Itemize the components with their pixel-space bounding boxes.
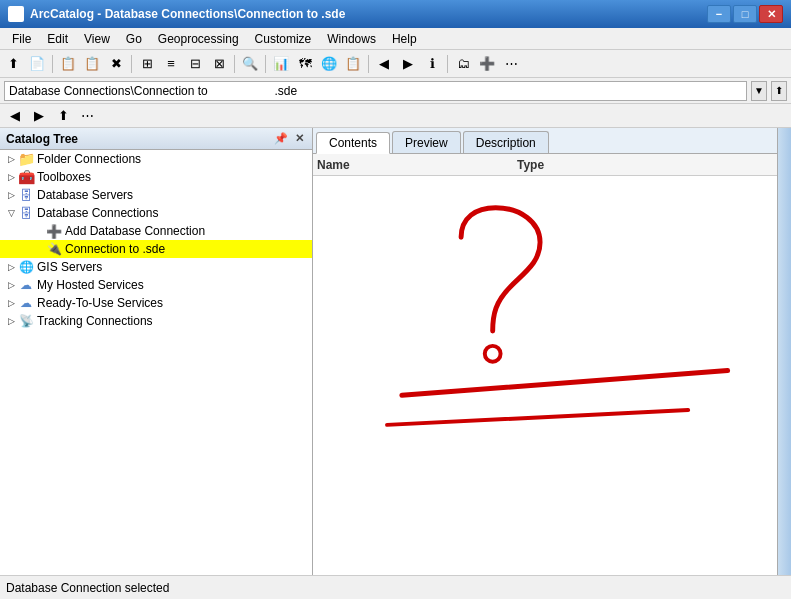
toolbar-sep-1 xyxy=(52,55,53,73)
main-toolbar: ⬆ 📄 📋 📋 ✖ ⊞ ≡ ⊟ ⊠ 🔍 📊 🗺 🌐 📋 ◀ ▶ ℹ 🗂 ➕ ⋯ xyxy=(0,50,791,78)
toolbar-up-icon[interactable]: ⬆ xyxy=(2,53,24,75)
toolbar-map-icon[interactable]: 🗺 xyxy=(294,53,316,75)
catalog-header-controls: 📌 ✕ xyxy=(274,132,306,146)
menu-edit[interactable]: Edit xyxy=(39,28,76,49)
catalog-title: Catalog Tree xyxy=(6,132,78,146)
tab-description[interactable]: Description xyxy=(463,131,549,153)
expand-icon-db-connections: ▽ xyxy=(4,206,18,220)
title-bar: 🗂 ArcCatalog - Database Connections\Conn… xyxy=(0,0,791,28)
column-name-header: Name xyxy=(317,158,517,172)
toolbar-search-icon[interactable]: 🔍 xyxy=(239,53,261,75)
toolbar-table-icon[interactable]: 📋 xyxy=(342,53,364,75)
toolbar-sep-2 xyxy=(131,55,132,73)
menu-customize[interactable]: Customize xyxy=(247,28,320,49)
toolbar-grid-icon[interactable]: ⊞ xyxy=(136,53,158,75)
minimize-button[interactable]: − xyxy=(707,5,731,23)
toolbar-sep-6 xyxy=(447,55,448,73)
address-scroll-button[interactable]: ⬆ xyxy=(771,81,787,101)
toolbar-more-icon[interactable]: ⋯ xyxy=(500,53,522,75)
menu-bar: File Edit View Go Geoprocessing Customiz… xyxy=(0,28,791,50)
add-conn-label: Add Database Connection xyxy=(65,224,205,238)
add-conn-icon: ➕ xyxy=(46,224,62,238)
subtb-forward-icon[interactable]: ▶ xyxy=(28,105,50,127)
expand-icon-db-servers: ▷ xyxy=(4,188,18,202)
svg-point-0 xyxy=(485,346,501,362)
window-title: ArcCatalog - Database Connections\Connec… xyxy=(30,7,345,21)
toolbar-sep-3 xyxy=(234,55,235,73)
svg-line-1 xyxy=(402,371,728,396)
toolbar-new-icon[interactable]: 📄 xyxy=(26,53,48,75)
subtb-back-icon[interactable]: ◀ xyxy=(4,105,26,127)
toolbar-paste-icon[interactable]: 📋 xyxy=(81,53,103,75)
tree-item-tracking-connections[interactable]: ▷ 📡 Tracking Connections xyxy=(0,312,312,330)
menu-help[interactable]: Help xyxy=(384,28,425,49)
tree-item-connection-sde[interactable]: 🔌 Connection to .sde xyxy=(0,240,312,258)
tree-item-hosted-services[interactable]: ▷ ☁ My Hosted Services xyxy=(0,276,312,294)
tree-item-ready-to-use[interactable]: ▷ ☁ Ready-To-Use Services xyxy=(0,294,312,312)
tab-contents[interactable]: Contents xyxy=(316,132,390,154)
toolbar-globe-icon[interactable]: 🌐 xyxy=(318,53,340,75)
hosted-services-icon: ☁ xyxy=(18,278,34,292)
toolboxes-label: Toolboxes xyxy=(37,170,91,184)
catalog-tree: ▷ 📁 Folder Connections ▷ 🧰 Toolboxes ▷ 🗄… xyxy=(0,150,312,575)
subtb-up-icon[interactable]: ⬆ xyxy=(52,105,74,127)
tree-item-gis-servers[interactable]: ▷ 🌐 GIS Servers xyxy=(0,258,312,276)
gis-servers-icon: 🌐 xyxy=(18,260,34,274)
svg-line-2 xyxy=(387,410,688,425)
expand-icon-toolboxes: ▷ xyxy=(4,170,18,184)
toolbar-list-icon[interactable]: ≡ xyxy=(160,53,182,75)
toolbar-back-icon[interactable]: ◀ xyxy=(373,53,395,75)
toolbar-sep-4 xyxy=(265,55,266,73)
content-tabs: Contents Preview Description xyxy=(313,128,777,154)
sde-label: Connection to .sde xyxy=(65,242,165,256)
close-button[interactable]: ✕ xyxy=(759,5,783,23)
toolbar-info-icon[interactable]: ℹ xyxy=(421,53,443,75)
address-input[interactable] xyxy=(4,81,747,101)
catalog-header: Catalog Tree 📌 ✕ xyxy=(0,128,312,150)
db-servers-icon: 🗄 xyxy=(18,188,34,202)
address-dropdown-button[interactable]: ▼ xyxy=(751,81,767,101)
expand-icon-folder-connections: ▷ xyxy=(4,152,18,166)
expand-icon-hosted: ▷ xyxy=(4,278,18,292)
toolbar-add-icon[interactable]: ➕ xyxy=(476,53,498,75)
toolbar-layer-icon[interactable]: 🗂 xyxy=(452,53,474,75)
content-area: Name Type xyxy=(313,154,777,575)
tree-item-database-servers[interactable]: ▷ 🗄 Database Servers xyxy=(0,186,312,204)
toolbar-copy-icon[interactable]: 📋 xyxy=(57,53,79,75)
tracking-connections-label: Tracking Connections xyxy=(37,314,153,328)
annotation-svg xyxy=(313,176,777,575)
db-servers-label: Database Servers xyxy=(37,188,133,202)
toolbar-detail-icon[interactable]: ⊟ xyxy=(184,53,206,75)
menu-geoprocessing[interactable]: Geoprocessing xyxy=(150,28,247,49)
ready-to-use-label: Ready-To-Use Services xyxy=(37,296,163,310)
tree-item-add-db-connection[interactable]: ➕ Add Database Connection xyxy=(0,222,312,240)
tab-preview[interactable]: Preview xyxy=(392,131,461,153)
tree-item-toolboxes[interactable]: ▷ 🧰 Toolboxes xyxy=(0,168,312,186)
maximize-button[interactable]: □ xyxy=(733,5,757,23)
toolbar-sep-5 xyxy=(368,55,369,73)
expand-icon-tracking: ▷ xyxy=(4,314,18,328)
catalog-pin-button[interactable]: 📌 xyxy=(274,132,288,146)
menu-view[interactable]: View xyxy=(76,28,118,49)
tree-item-folder-connections[interactable]: ▷ 📁 Folder Connections xyxy=(0,150,312,168)
hosted-services-label: My Hosted Services xyxy=(37,278,144,292)
column-type-header: Type xyxy=(517,158,773,172)
toolbar-delete-icon[interactable]: ✖ xyxy=(105,53,127,75)
sde-icon: 🔌 xyxy=(46,242,62,256)
menu-file[interactable]: File xyxy=(4,28,39,49)
tree-item-database-connections[interactable]: ▽ 🗄 Database Connections xyxy=(0,204,312,222)
gis-servers-label: GIS Servers xyxy=(37,260,102,274)
menu-windows[interactable]: Windows xyxy=(319,28,384,49)
folder-connections-label: Folder Connections xyxy=(37,152,141,166)
toolbar-thumb-icon[interactable]: ⊠ xyxy=(208,53,230,75)
status-bar: Database Connection selected xyxy=(0,575,791,599)
catalog-close-button[interactable]: ✕ xyxy=(292,132,306,146)
tracking-connections-icon: 📡 xyxy=(18,314,34,328)
subtb-more-icon[interactable]: ⋯ xyxy=(76,105,98,127)
expand-icon-gis: ▷ xyxy=(4,260,18,274)
toolbar-forward-icon[interactable]: ▶ xyxy=(397,53,419,75)
db-connections-icon: 🗄 xyxy=(18,206,34,220)
toolbar-toc-icon[interactable]: 📊 xyxy=(270,53,292,75)
menu-go[interactable]: Go xyxy=(118,28,150,49)
window-controls: − □ ✕ xyxy=(707,5,783,23)
